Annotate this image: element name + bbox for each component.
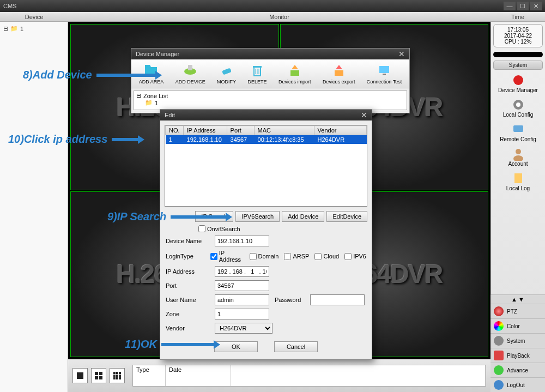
svg-rect-24 xyxy=(188,65,192,70)
svg-rect-5 xyxy=(113,372,116,374)
ip-checkbox[interactable] xyxy=(210,253,217,260)
up-icon[interactable]: ▲ xyxy=(511,296,517,303)
device-manager-dialog: Device Manager ✕ ADD AREA ADD DEVICE MOD… xyxy=(131,48,410,113)
arsp-checkbox[interactable] xyxy=(284,253,291,260)
minus-icon[interactable]: ⊟ xyxy=(136,92,141,99)
svg-point-16 xyxy=(516,102,520,107)
user-label: User Name xyxy=(166,297,209,303)
domain-checkbox[interactable] xyxy=(250,253,257,260)
ipv6-checkbox[interactable] xyxy=(344,253,352,260)
cloud-checkbox[interactable] xyxy=(314,253,322,260)
svg-rect-4 xyxy=(99,376,102,379)
svg-rect-1 xyxy=(95,372,98,375)
user-input[interactable] xyxy=(215,294,269,305)
remote-icon xyxy=(511,122,525,136)
cancel-button[interactable]: Cancel xyxy=(274,341,318,352)
col-date: Date xyxy=(166,365,231,386)
delete-button[interactable]: DELETE xyxy=(246,62,269,86)
svg-rect-2 xyxy=(99,372,102,375)
layout-3x3-button[interactable] xyxy=(110,368,125,383)
svg-rect-25 xyxy=(222,68,232,75)
svg-rect-36 xyxy=(383,74,386,75)
zone-item[interactable]: 1 xyxy=(155,100,158,106)
row-no: 1 xyxy=(166,135,184,144)
close-icon[interactable]: ✕ xyxy=(398,50,405,58)
dm-toolbar: ADD AREA ADD DEVICE MODIFY DELETE Device… xyxy=(131,59,409,88)
svg-marker-22 xyxy=(145,65,151,67)
edit-title: Edit xyxy=(165,112,175,118)
login-type-label: LoginType xyxy=(166,253,205,260)
svg-point-14 xyxy=(513,75,523,85)
port-label: Port xyxy=(166,282,209,289)
col-vendor: Vendor xyxy=(314,126,366,135)
local-log-item[interactable]: Local Log xyxy=(491,169,545,194)
onvif-checkbox[interactable] xyxy=(198,225,205,232)
advance-item[interactable]: Advance xyxy=(491,363,545,377)
add-device-button[interactable]: ADD DEVICE xyxy=(173,62,208,86)
device-table: NO. IP Address Port MAC Vendor 1 192.168… xyxy=(165,125,367,207)
table-row[interactable]: 1 192.168.1.10 34567 00:12:13:4f:c8:35 H… xyxy=(166,135,367,144)
header-monitor: Monitor xyxy=(68,12,491,21)
minus-icon: ⊟ xyxy=(3,25,8,32)
local-config-item[interactable]: Local Config xyxy=(491,95,545,120)
monitor-icon xyxy=(377,63,392,78)
svg-rect-8 xyxy=(113,375,116,377)
svg-rect-3 xyxy=(95,376,98,379)
edit-device-button[interactable]: EditDevice xyxy=(326,211,367,222)
zone-input[interactable] xyxy=(215,309,269,319)
pass-input[interactable] xyxy=(310,294,365,305)
log-icon xyxy=(511,171,525,185)
modify-button[interactable]: MODIFY xyxy=(215,62,238,86)
bottom-bar: Type Date xyxy=(68,359,491,392)
play-icon xyxy=(494,351,504,360)
col-no: NO. xyxy=(166,126,184,135)
tree-root-label: 1 xyxy=(20,26,23,32)
vendor-label: Vendor xyxy=(166,325,209,331)
export-button[interactable]: Devices export xyxy=(320,62,358,86)
layout-2x2-button[interactable] xyxy=(91,368,106,383)
account-label: Account xyxy=(508,161,528,167)
edit-dialog: Edit ✕ NO. IP Address Port MAC Vendor 1 … xyxy=(160,109,372,360)
annotation-9: 9)IP Search xyxy=(107,210,227,223)
svg-rect-35 xyxy=(379,66,389,73)
minimize-button[interactable]: — xyxy=(504,2,516,10)
maximize-button[interactable]: ☐ xyxy=(517,2,529,10)
account-item[interactable]: Account xyxy=(491,144,545,169)
system-item[interactable]: System xyxy=(491,333,545,348)
row-ip: 192.168.1.10 xyxy=(183,135,227,144)
gear-icon xyxy=(511,98,525,112)
col-mac: MAC xyxy=(254,126,314,135)
folder-icon: 📁 xyxy=(145,99,153,106)
ok-button[interactable]: OK xyxy=(214,341,258,352)
svg-rect-17 xyxy=(513,125,523,132)
color-icon xyxy=(494,321,504,331)
device-manager-item[interactable]: Device Manager xyxy=(491,71,545,95)
playback-item[interactable]: PlayBack xyxy=(491,348,545,363)
edit-titlebar: Edit ✕ xyxy=(160,110,372,120)
close-icon[interactable]: ✕ xyxy=(361,111,367,119)
connection-test-button[interactable]: Connection Test xyxy=(365,62,404,86)
record-icon xyxy=(511,73,525,87)
add-device-button[interactable]: Add Device xyxy=(282,211,324,222)
gear-icon xyxy=(494,336,504,346)
ptz-item[interactable]: PTZ xyxy=(491,304,545,318)
vendor-select[interactable]: H264DVR xyxy=(215,323,272,334)
logout-item[interactable]: LogOut xyxy=(491,377,545,392)
ip-input[interactable] xyxy=(215,266,269,277)
close-button[interactable]: ✕ xyxy=(530,2,542,10)
port-input[interactable] xyxy=(215,280,269,291)
logout-icon xyxy=(494,380,504,390)
import-button[interactable]: Devices import xyxy=(276,62,313,86)
tree-root[interactable]: ⊟ 📁 1 xyxy=(2,24,65,33)
ip-label: IP Address xyxy=(166,268,209,275)
svg-point-18 xyxy=(516,149,521,154)
remote-config-item[interactable]: Remote Config xyxy=(491,120,545,144)
folder-icon: 📁 xyxy=(10,25,18,32)
device-name-input[interactable] xyxy=(215,236,269,246)
color-item[interactable]: Color xyxy=(491,318,545,333)
down-icon[interactable]: ▼ xyxy=(518,296,524,303)
layout-1x1-button[interactable] xyxy=(72,368,88,383)
ipv6-search-button[interactable]: IPV6Search xyxy=(235,211,280,222)
svg-rect-7 xyxy=(119,372,121,374)
svg-rect-13 xyxy=(119,377,121,379)
